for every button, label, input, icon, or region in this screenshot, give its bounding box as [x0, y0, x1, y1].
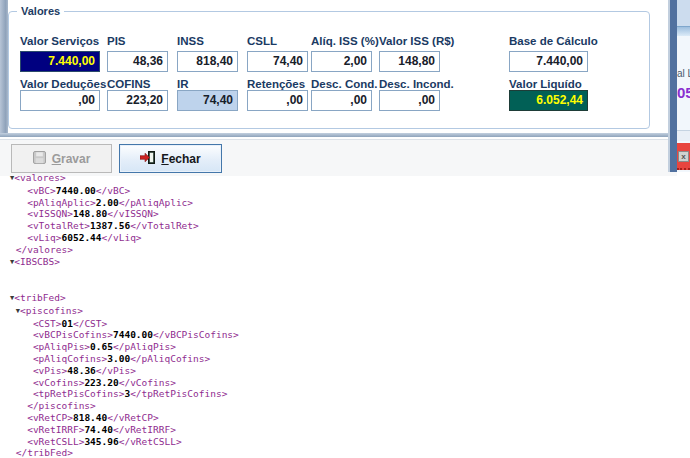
- field-valor-servicos[interactable]: 7.440,00: [20, 51, 100, 72]
- xml-line: [10, 280, 239, 292]
- field-valor-iss[interactable]: 148,80: [379, 51, 440, 72]
- xml-line: ▼<tribFed>: [10, 292, 239, 305]
- label-aliq-iss: Alíq. ISS (%): [311, 35, 366, 47]
- exit-door-icon: [140, 151, 155, 167]
- xml-line: <vBC>7440.00</vBC>: [10, 185, 239, 197]
- label-desc-incond: Desc. Incond.: [379, 78, 434, 90]
- save-icon: [33, 151, 46, 167]
- label-base-calculo: Base de Cálculo: [509, 35, 582, 47]
- field-csll[interactable]: 74,40: [247, 51, 308, 72]
- screen: Valores Valor Serviços PIS INSS CSLL Alí…: [0, 0, 690, 458]
- background-window-toolbar: [677, 26, 690, 36]
- label-inss: INSS: [177, 35, 232, 47]
- xml-line: [10, 268, 239, 280]
- xml-line: </tribFed>: [10, 447, 239, 458]
- field-pis[interactable]: 48,36: [107, 51, 168, 72]
- field-desc-cond[interactable]: ,00: [311, 90, 372, 111]
- background-truncated-value: 05: [677, 84, 690, 101]
- xml-line: <vRetCP>818.40</vRetCP>: [10, 412, 239, 424]
- fechar-button[interactable]: Fechar: [119, 144, 222, 173]
- alert-banner: x c: [677, 143, 690, 170]
- xml-line: <pAliqAplic>2.00</pAliqAplic>: [10, 197, 239, 209]
- xml-viewer: ▼<valores> <vBC>7440.00</vBC> <pAliqApli…: [10, 172, 239, 458]
- label-csll: CSLL: [247, 35, 302, 47]
- xml-line: <vISSQN>148.80</vISSQN>: [10, 208, 239, 220]
- xml-line: <vRetIRRF>74.40</vRetIRRF>: [10, 424, 239, 436]
- field-valor-deducoes[interactable]: ,00: [20, 90, 100, 111]
- xml-line: <vBCPisCofins>7440.00</vBCPisCofins>: [10, 329, 239, 341]
- xml-line: <pAliqCofins>3.00</pAliqCofins>: [10, 353, 239, 365]
- xml-line: </valores>: [10, 244, 239, 256]
- dialog-bottom-border: [0, 133, 677, 137]
- xml-line: ▼<valores>: [10, 172, 239, 185]
- label-retencoes: Retenções: [247, 78, 302, 90]
- close-icon[interactable]: x: [678, 151, 689, 162]
- field-aliq-iss[interactable]: 2,00: [311, 51, 372, 72]
- field-inss[interactable]: 818,40: [177, 51, 238, 72]
- xml-line: <vLiq>6052.44</vLiq>: [10, 232, 239, 244]
- label-valor-iss: Valor ISS (R$): [379, 35, 434, 47]
- background-truncated-label: al L: [677, 68, 690, 79]
- label-valor-liquido: Valor Liquído: [509, 78, 582, 90]
- dialog-left-border: [0, 0, 8, 137]
- field-valor-liquido[interactable]: 6.052,44: [509, 90, 588, 111]
- xml-line: ▼<IBSCBS>: [10, 256, 239, 269]
- label-desc-cond: Desc. Cond.: [311, 78, 366, 90]
- xml-line: <tpRetPisCofins>3</tpRetPisCofins>: [10, 388, 239, 400]
- field-retencoes[interactable]: ,00: [247, 90, 308, 111]
- background-separator: [677, 130, 690, 141]
- field-ir[interactable]: 74,40: [177, 90, 238, 111]
- field-cofins[interactable]: 223,20: [107, 90, 168, 111]
- xml-line: <CST>01</CST>: [10, 318, 239, 330]
- xml-line: <pAliqPis>0.65</pAliqPis>: [10, 341, 239, 353]
- field-base-calculo[interactable]: 7.440,00: [509, 51, 588, 72]
- label-cofins: COFINS: [107, 78, 162, 90]
- groupbox-title: Valores: [17, 5, 64, 17]
- label-valor-deducoes: Valor Deduções: [20, 78, 94, 90]
- valores-dialog: Valores Valor Serviços PIS INSS CSLL Alí…: [0, 0, 670, 134]
- xml-line: <vCofins>223.20</vCofins>: [10, 377, 239, 389]
- field-desc-incond[interactable]: ,00: [379, 90, 440, 111]
- xml-line: <vPis>48.36</vPis>: [10, 365, 239, 377]
- xml-line: ▼<piscofins>: [10, 305, 239, 318]
- xml-line: </piscofins>: [10, 400, 239, 412]
- label-valor-servicos: Valor Serviços: [20, 35, 94, 47]
- label-pis: PIS: [107, 35, 162, 47]
- xml-line: <vRetCSLL>345.96</vRetCSLL>: [10, 436, 239, 448]
- background-window-strip: al L 05 x c: [677, 0, 690, 172]
- gravar-button[interactable]: Gravar: [11, 144, 112, 173]
- xml-line: <vTotalRet>1387.56</vTotalRet>: [10, 220, 239, 232]
- background-window-border: [668, 0, 677, 172]
- label-ir: IR: [177, 78, 232, 90]
- background-window-header: [677, 0, 690, 26]
